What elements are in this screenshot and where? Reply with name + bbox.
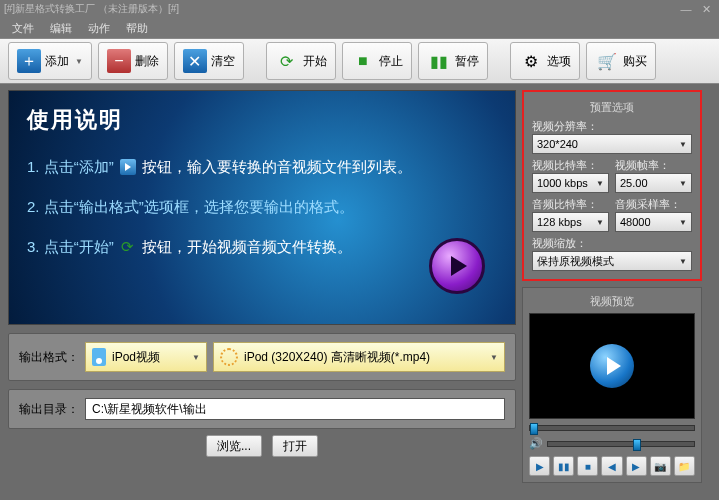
refresh-icon: ⟳ — [116, 235, 140, 259]
video-bitrate-select[interactable]: 1000 kbps▼ — [532, 173, 609, 193]
add-button[interactable]: ＋添加▼ — [8, 42, 92, 80]
output-dir-label: 输出目录： — [19, 401, 79, 418]
film-clear-icon: ✕ — [183, 49, 207, 73]
stop-icon: ■ — [351, 49, 375, 73]
film-icon — [116, 155, 140, 179]
preview-controls: ▶ ▮▮ ■ ◀ ▶ 📷 📁 — [529, 456, 695, 476]
output-dir-panel: 输出目录： — [8, 389, 516, 429]
preview-screen — [529, 313, 695, 419]
close-button[interactable]: ✕ — [697, 2, 715, 16]
clear-button[interactable]: ✕清空 — [174, 42, 244, 80]
chevron-down-icon: ▼ — [596, 179, 604, 188]
gear-icon: ⚙ — [519, 49, 543, 73]
audio-sample-select[interactable]: 48000▼ — [615, 212, 692, 232]
audio-bitrate-select[interactable]: 128 kbps▼ — [532, 212, 609, 232]
open-button[interactable]: 打开 — [272, 435, 318, 457]
preset-title: 预置选项 — [532, 100, 692, 115]
preview-pause-button[interactable]: ▮▮ — [553, 456, 574, 476]
output-dir-input[interactable] — [85, 398, 505, 420]
video-fps-label: 视频帧率： — [615, 158, 692, 173]
speaker-icon: 🔊 — [529, 437, 543, 450]
audio-sample-label: 音频采样率： — [615, 197, 692, 212]
chevron-down-icon: ▼ — [192, 353, 200, 362]
play-icon — [429, 238, 485, 294]
chevron-down-icon: ▼ — [596, 218, 604, 227]
stop-button[interactable]: ■停止 — [342, 42, 412, 80]
resolution-label: 视频分辨率： — [532, 119, 692, 134]
output-format-label: 输出格式： — [19, 349, 79, 366]
chevron-down-icon: ▼ — [679, 218, 687, 227]
window-title: [#]新星格式转换工厂 （未注册版本）[#] — [4, 2, 179, 16]
profile-icon — [220, 348, 238, 366]
refresh-icon: ⟳ — [275, 49, 299, 73]
volume-row: 🔊 — [529, 437, 695, 450]
preview-stop-button[interactable]: ■ — [577, 456, 598, 476]
device-select[interactable]: iPod视频▼ — [85, 342, 207, 372]
instructions-banner: 使用说明 1. 点击“添加”按钮，输入要转换的音视频文件到列表。 2. 点击“输… — [8, 90, 516, 325]
seek-bar-row — [529, 425, 695, 431]
banner-heading: 使用说明 — [27, 105, 497, 135]
preview-panel: 视频预览 🔊 ▶ ▮▮ ■ ◀ ▶ 📷 📁 — [522, 287, 702, 483]
film-delete-icon: − — [107, 49, 131, 73]
instruction-3: 3. 点击“开始”⟳按钮，开始视频音频文件转换。 — [27, 227, 497, 267]
menu-edit[interactable]: 编辑 — [42, 21, 80, 36]
titlebar: [#]新星格式转换工厂 （未注册版本）[#] — ✕ — [0, 0, 719, 18]
volume-slider[interactable] — [547, 441, 695, 447]
scale-label: 视频缩放： — [532, 236, 692, 251]
output-format-panel: 输出格式： iPod视频▼ iPod (320X240) 高清晰视频(*.mp4… — [8, 333, 516, 381]
preview-snapshot-button[interactable]: 📷 — [650, 456, 671, 476]
instruction-2: 2. 点击“输出格式”选项框，选择您要输出的格式。 — [27, 187, 497, 227]
audio-bitrate-label: 音频比特率： — [532, 197, 609, 212]
film-add-icon: ＋ — [17, 49, 41, 73]
chevron-down-icon: ▼ — [679, 179, 687, 188]
instruction-1: 1. 点击“添加”按钮，输入要转换的音视频文件到列表。 — [27, 147, 497, 187]
start-button[interactable]: ⟳开始 — [266, 42, 336, 80]
preview-next-button[interactable]: ▶ — [626, 456, 647, 476]
video-fps-select[interactable]: 25.00▼ — [615, 173, 692, 193]
minimize-button[interactable]: — — [677, 2, 695, 16]
preset-panel: 预置选项 视频分辨率： 320*240▼ 视频比特率：1000 kbps▼ 视频… — [522, 90, 702, 281]
options-button[interactable]: ⚙选项 — [510, 42, 580, 80]
profile-select[interactable]: iPod (320X240) 高清晰视频(*.mp4)▼ — [213, 342, 505, 372]
cart-icon: 🛒 — [595, 49, 619, 73]
scale-select[interactable]: 保持原视频模式▼ — [532, 251, 692, 271]
chevron-down-icon: ▼ — [679, 140, 687, 149]
pause-button[interactable]: ▮▮暂停 — [418, 42, 488, 80]
preview-folder-button[interactable]: 📁 — [674, 456, 695, 476]
menu-file[interactable]: 文件 — [4, 21, 42, 36]
chevron-down-icon: ▼ — [679, 257, 687, 266]
buy-button[interactable]: 🛒购买 — [586, 42, 656, 80]
seek-bar[interactable] — [529, 425, 695, 431]
pause-icon: ▮▮ — [427, 49, 451, 73]
toolbar: ＋添加▼ −删除 ✕清空 ⟳开始 ■停止 ▮▮暂停 ⚙选项 🛒购买 — [0, 38, 719, 84]
resolution-select[interactable]: 320*240▼ — [532, 134, 692, 154]
preview-title: 视频预览 — [529, 294, 695, 309]
preview-prev-button[interactable]: ◀ — [601, 456, 622, 476]
menu-action[interactable]: 动作 — [80, 21, 118, 36]
delete-button[interactable]: −删除 — [98, 42, 168, 80]
preview-play-button[interactable]: ▶ — [529, 456, 550, 476]
video-bitrate-label: 视频比特率： — [532, 158, 609, 173]
menubar: 文件 编辑 动作 帮助 — [0, 18, 719, 38]
menu-help[interactable]: 帮助 — [118, 21, 156, 36]
preview-play-icon — [590, 344, 634, 388]
browse-button[interactable]: 浏览... — [206, 435, 262, 457]
ipod-icon — [92, 348, 106, 366]
chevron-down-icon: ▼ — [490, 353, 498, 362]
chevron-down-icon: ▼ — [75, 57, 83, 66]
